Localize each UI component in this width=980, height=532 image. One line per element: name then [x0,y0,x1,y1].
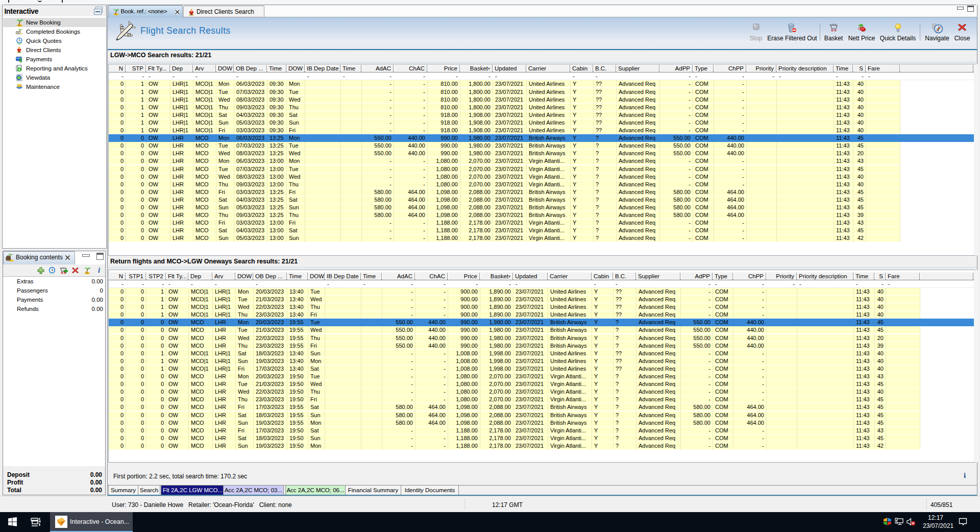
svg-text:$: $ [19,58,22,63]
